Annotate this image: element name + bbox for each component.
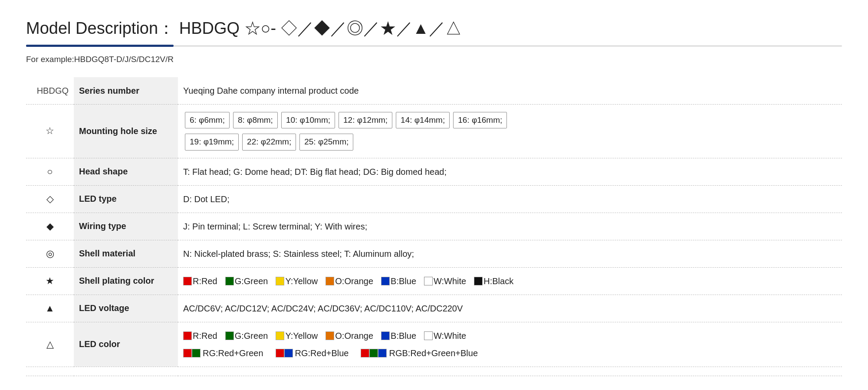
color-entry: R:Red <box>183 274 217 288</box>
color-entry: Y:Yellow <box>276 274 318 288</box>
row-content-1: T: Flat head; G: Dome head; DT: Big flat… <box>178 158 842 185</box>
label-text: LED type <box>79 194 117 203</box>
color-entry: B:Blue <box>381 274 416 288</box>
row-mounting-hole-size: ☆Mounting hole size6: φ6mm;8: φ8mm;10: φ… <box>26 105 842 158</box>
content-text: J: Pin terminal; L: Screw terminal; Y: W… <box>183 222 367 231</box>
row-icon-4: ◎ <box>26 240 74 267</box>
color-label: W:White <box>434 328 466 343</box>
combo-swatch <box>378 349 387 357</box>
row-wiring-type: ◆Wiring typeJ: Pin terminal; L: Screw te… <box>26 213 842 240</box>
row-label-1: Head shape <box>74 158 178 185</box>
label-text: Shell material <box>79 249 135 258</box>
color-label: R:Red <box>193 274 217 288</box>
row-label-4: Shell material <box>74 240 178 267</box>
content-text: N: Nickel-plated brass; S: Stainless ste… <box>183 249 414 259</box>
combo-swatch <box>361 349 369 357</box>
color-label: H:Black <box>483 274 513 288</box>
color-label: Y:Yellow <box>285 328 318 343</box>
label-text: Wiring type <box>79 221 126 231</box>
color-entry: O:Orange <box>326 328 373 343</box>
symbol-icon: ◎ <box>46 248 54 259</box>
boxed-content: 6: φ6mm;8: φ8mm;10: φ10mm;12: φ12mm;14: … <box>183 111 837 152</box>
led-color-line1: R:Red G:Green Y:Yellow O:Orange B:Blue W… <box>183 328 837 343</box>
combo-swatch <box>284 349 293 357</box>
label-text: LED color <box>79 339 120 349</box>
row-label-7: LED color <box>74 322 178 367</box>
color-swatch <box>276 331 284 340</box>
size-box: 8: φ8mm; <box>233 112 278 128</box>
symbol-icon: ☆ <box>46 125 54 137</box>
row-led-voltage: ▲LED voltageAC/DC6V; AC/DC12V; AC/DC24V;… <box>26 295 842 322</box>
color-entry: H:Black <box>474 274 513 288</box>
row-label-2: LED type <box>74 185 178 213</box>
end-row <box>26 367 842 376</box>
color-entry: G:Green <box>225 328 268 343</box>
series-label: Series number <box>79 86 139 95</box>
row-head-shape: ○Head shapeT: Flat head; G: Dome head; D… <box>26 158 842 185</box>
series-prefix-cell: HBDGQ <box>26 77 74 105</box>
row-label-0: Mounting hole size <box>74 105 178 158</box>
content-text: AC/DC6V; AC/DC12V; AC/DC24V; AC/DC36V; A… <box>183 304 463 313</box>
row-icon-5: ★ <box>26 267 74 295</box>
color-swatch <box>474 277 483 285</box>
size-box: 22: φ22mm; <box>242 134 296 150</box>
series-value: Yueqing Dahe company internal product co… <box>183 86 359 95</box>
color-entry: R:Red <box>183 328 217 343</box>
symbol-icon: △ <box>46 339 54 350</box>
label-text: Head shape <box>79 167 128 176</box>
color-label: Y:Yellow <box>285 274 318 288</box>
row-label-5: Shell plating color <box>74 267 178 295</box>
row-content-5: R:Red G:Green Y:Yellow O:Orange B:Blue W… <box>178 267 842 295</box>
color-label: G:Green <box>235 328 268 343</box>
page-title: Model Description： HBDGQ ☆○- ◇／◆／◎／★／▲／△ <box>26 17 842 39</box>
description-table: HBDGQ Series number Yueqing Dahe company… <box>26 77 842 376</box>
row-icon-1: ○ <box>26 158 74 185</box>
size-box: 10: φ10mm; <box>281 112 335 128</box>
color-combo-entry: RG:Red+Blue <box>276 346 349 361</box>
symbol-icon: ◆ <box>46 221 54 232</box>
size-box: 19: φ19mm; <box>185 134 239 150</box>
symbol-icon: ★ <box>46 275 54 287</box>
label-text: Mounting hole size <box>79 126 157 136</box>
combo-label: RG:Red+Blue <box>295 346 349 361</box>
color-entry: W:White <box>424 274 466 288</box>
color-combo-entry: RGB:Red+Green+Blue <box>361 346 478 361</box>
color-label: B:Blue <box>391 274 416 288</box>
color-entry: Y:Yellow <box>276 328 318 343</box>
combo-swatch <box>192 349 201 357</box>
label-text: Shell plating color <box>79 276 154 285</box>
symbol-icon: ▲ <box>45 303 55 314</box>
row-shell-plating-color: ★Shell plating color R:Red G:Green Y:Yel… <box>26 267 842 295</box>
progress-empty <box>174 46 842 46</box>
color-swatch <box>183 331 192 340</box>
led-color-line2: RG:Red+GreenRG:Red+BlueRGB:Red+Green+Blu… <box>183 346 837 361</box>
color-swatch <box>381 331 390 340</box>
combo-label: RGB:Red+Green+Blue <box>389 346 478 361</box>
color-swatch <box>225 331 234 340</box>
content-text: D: Dot LED; <box>183 194 230 204</box>
color-entry: O:Orange <box>326 274 373 288</box>
row-icon-7: △ <box>26 322 74 367</box>
size-box: 16: φ16mm; <box>453 112 507 128</box>
color-swatch <box>326 277 334 285</box>
combo-swatch <box>276 349 284 357</box>
color-swatch <box>183 277 192 285</box>
combo-swatch <box>369 349 378 357</box>
color-label: R:Red <box>193 328 217 343</box>
size-box: 25: φ25mm; <box>299 134 353 150</box>
size-box: 6: φ6mm; <box>185 112 230 128</box>
color-label: W:White <box>434 274 466 288</box>
example-text: For example:HBDGQ8T-D/J/S/DC12V/R <box>26 55 842 64</box>
series-row: HBDGQ Series number Yueqing Dahe company… <box>26 77 842 105</box>
symbol-icon: ◇ <box>46 193 54 205</box>
label-text: LED voltage <box>79 303 129 313</box>
row-icon-2: ◇ <box>26 185 74 213</box>
color-label: G:Green <box>235 274 268 288</box>
row-label-3: Wiring type <box>74 213 178 240</box>
progress-bar <box>26 45 842 47</box>
content-text: T: Flat head; G: Dome head; DT: Big flat… <box>183 167 447 177</box>
color-entry: W:White <box>424 328 466 343</box>
color-list: R:Red G:Green Y:Yellow O:Orange B:Blue W… <box>183 274 837 288</box>
combo-swatch <box>183 349 192 357</box>
row-led-color: △LED color R:Red G:Green Y:Yellow O:Oran… <box>26 322 842 367</box>
